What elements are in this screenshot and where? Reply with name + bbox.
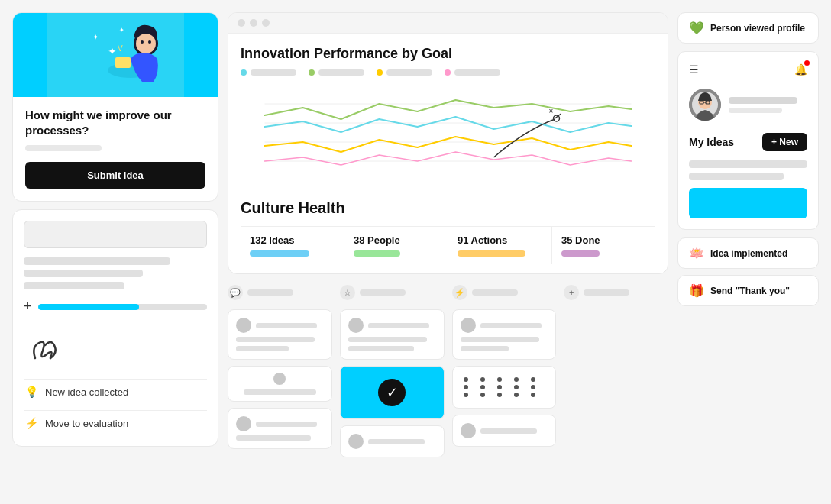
profile-card: ☰ 🔔 (677, 51, 819, 230)
dot-11 (464, 393, 468, 397)
progress-track (38, 304, 207, 310)
profile-info-lines (729, 97, 807, 113)
cat-header-comments: 💬 (228, 282, 332, 303)
submit-idea-button[interactable]: Submit Idea (25, 162, 205, 189)
mini-card-3a-header (461, 318, 548, 333)
right-panel: 💚 Person viewed profile ☰ 🔔 (677, 12, 819, 492)
chart-card: Innovation Performance by Goal (228, 12, 668, 274)
mini-card-3b[interactable] (452, 366, 557, 409)
category-col-lightning: ⚡ (452, 282, 557, 492)
avatar-3a (461, 318, 476, 333)
bulb-icon: 💡 (24, 384, 39, 399)
idea-card-title: How might we improve our processes? (25, 108, 205, 137)
plus-icon: + (24, 299, 32, 315)
dot-8 (497, 385, 502, 389)
bottom-center: 💬 (228, 282, 668, 492)
text-line-3 (24, 282, 124, 289)
window-dot-1 (238, 19, 245, 27)
mini-line-1c2 (236, 435, 311, 441)
mini-card-2a[interactable] (340, 309, 445, 360)
avatar-1a (236, 318, 251, 333)
text-input-placeholder[interactable] (24, 221, 207, 248)
scribble-svg (24, 324, 70, 370)
progress-fill (38, 304, 140, 310)
mini-card-2a-header (348, 318, 436, 333)
svg-line-16 (555, 114, 561, 118)
stat-actions-bar (458, 250, 525, 257)
mini-card-3c[interactable] (452, 415, 557, 447)
mini-card-1c[interactable] (228, 408, 332, 449)
mini-card-1a-header (236, 318, 324, 333)
avatar-2c (348, 434, 364, 449)
stat-done: 35 Done (552, 227, 655, 264)
move-evaluation-notification: ⚡ Move to evaluation (24, 410, 207, 435)
legend-line-2 (318, 69, 364, 76)
dot-14 (514, 393, 519, 397)
idea-line-1 (689, 160, 807, 168)
lightning-icon: ⚡ (24, 415, 39, 431)
mini-card-2c[interactable] (340, 425, 445, 457)
mini-line-1a2 (236, 337, 315, 342)
mini-card-2b-selected[interactable]: ✓ (340, 366, 445, 419)
comment-icon: 💬 (228, 285, 243, 300)
move-evaluation-text: Move to evaluation (45, 418, 128, 429)
hamburger-icon[interactable]: ☰ (689, 63, 699, 76)
cyan-idea-block (689, 188, 807, 218)
mini-line-2a3 (348, 346, 414, 351)
illustration-svg: ✦ ✦ ✦ V (47, 13, 184, 97)
legend-dot-2 (309, 69, 315, 76)
legend-dot-3 (377, 69, 383, 76)
avatar-2a (348, 318, 364, 333)
idea-lines (689, 160, 807, 180)
new-idea-button[interactable]: New (762, 133, 807, 151)
new-idea-notification: 💡 New idea collected (24, 379, 207, 404)
svg-rect-9 (115, 57, 131, 68)
action-cards: 🪷 Idea implemented 🎁 Send "Thank you" (677, 237, 819, 306)
idea-submission-card: ✦ ✦ ✦ V How might we improve our process… (12, 12, 218, 202)
thank-you-card[interactable]: 🎁 Send "Thank you" (677, 275, 819, 306)
svg-text:✦: ✦ (119, 27, 124, 34)
mini-card-3a[interactable] (452, 309, 557, 360)
dot-6 (464, 385, 468, 389)
mini-card-1b[interactable] (228, 366, 332, 402)
chart-legend (241, 69, 655, 76)
svg-point-4 (141, 40, 144, 44)
new-idea-text: New idea collected (45, 386, 128, 398)
mini-card-2c-header (348, 434, 436, 449)
dot-13 (497, 393, 502, 397)
legend-line-3 (386, 69, 432, 76)
idea-line-2 (689, 173, 784, 180)
bottom-left-card: + 💡 New idea collected ⚡ Move to evaluat… (12, 209, 218, 447)
my-ideas-row: My Ideas New (689, 133, 807, 151)
svg-text:×: × (549, 107, 554, 115)
window-dot-3 (262, 19, 270, 27)
main-container: ✦ ✦ ✦ V How might we improve our process… (0, 0, 831, 504)
mini-line-1c (256, 422, 317, 427)
stat-people: 38 People (344, 227, 448, 264)
text-line-1 (24, 257, 170, 265)
center-panel: Innovation Performance by Goal (228, 12, 668, 492)
mini-line-3c (480, 428, 538, 434)
culture-title: Culture Health (241, 199, 655, 217)
idea-implemented-text: Idea implemented (710, 248, 787, 259)
scribble-area (24, 321, 207, 373)
stats-row: 132 Ideas 38 People 91 Actions 35 Done (241, 226, 655, 264)
mini-line-3a3 (461, 346, 509, 351)
window-bar (228, 13, 668, 34)
dot-7 (480, 385, 485, 389)
category-col-comments: 💬 (228, 282, 332, 492)
dot-15 (531, 393, 535, 397)
dots-pattern (461, 374, 548, 400)
mini-card-1a[interactable] (228, 309, 332, 360)
idea-card-bar (25, 145, 102, 151)
stat-ideas: 132 Ideas (241, 227, 344, 264)
idea-implemented-card[interactable]: 🪷 Idea implemented (677, 237, 819, 269)
checkmark-circle: ✓ (378, 379, 406, 406)
svg-text:V: V (118, 44, 123, 53)
category-col-favorites: ☆ ✓ (340, 282, 445, 492)
cat-label-3 (472, 289, 518, 296)
plus-cat-icon: + (564, 285, 579, 300)
star-icon: ☆ (340, 285, 355, 300)
svg-point-5 (148, 40, 151, 44)
person-viewed-text: Person viewed profile (710, 23, 805, 34)
